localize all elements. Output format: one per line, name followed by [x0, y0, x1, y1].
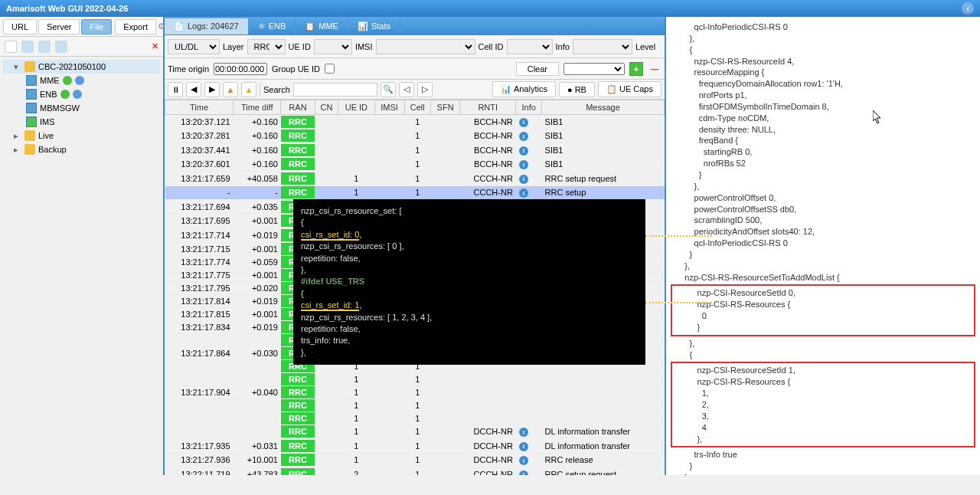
col-time[interactable]: Time: [165, 100, 234, 115]
log-row[interactable]: 13:21:27.936+10.001RRC 1 1 DCCH-NRiRRC r…: [165, 453, 665, 467]
refresh-icon[interactable]: [21, 41, 34, 53]
code-line: nzp-CSI-RS-ResourceId 4,: [671, 56, 975, 67]
file-button[interactable]: File: [81, 19, 112, 34]
tree-live[interactable]: ▸Live: [3, 129, 160, 143]
log-row[interactable]: 13:20:37.441+0.160RRC 1 BCCH-NRiSIB1: [165, 143, 665, 158]
log-row[interactable]: RRC 1 1 DCCH-NRiDL information transfer: [165, 425, 665, 439]
pause-icon[interactable]: [38, 41, 51, 53]
info-select[interactable]: [573, 39, 632, 54]
tab-logs[interactable]: 📄Logs: 204627: [165, 18, 249, 34]
log-row[interactable]: RRC 1 1: [165, 398, 665, 411]
play-icon[interactable]: [55, 41, 67, 53]
left-toolbar: URL Server File Export ⚙: [0, 17, 163, 37]
tree-item-enb[interactable]: ENB: [3, 87, 160, 101]
detail-panel[interactable]: qcl-InfoPeriodicCSI-RS 0 }, { nzp-CSI-RS…: [666, 17, 980, 475]
chart-icon: 📊: [501, 84, 511, 93]
server-button[interactable]: Server: [38, 19, 80, 34]
add-icon[interactable]: [5, 41, 17, 53]
highlight-box-2: nzp-CSI-ResourceSetId 1, nzp-CSI-RS-Reso…: [671, 362, 975, 447]
col-cell[interactable]: Cell: [404, 100, 430, 115]
status-badge: [75, 76, 84, 85]
code-line: nzp-CSI-RS-ResourceSetToAddModList {: [671, 272, 975, 284]
code-line: firstOFDMSymbolInTimeDomain 8,: [671, 101, 975, 113]
code-line: powerControlOffset 0,: [671, 192, 975, 204]
status-badge: [60, 90, 70, 99]
enb-icon: ⚛: [258, 21, 266, 31]
analytics-button[interactable]: 📊 Analytics: [492, 81, 555, 97]
log-row[interactable]: 13:21:17.935+0.031RRC 1 1 DCCH-NRiDL inf…: [165, 439, 665, 454]
search-prev-icon[interactable]: ◁: [399, 82, 414, 97]
col-ueid[interactable]: UE ID: [338, 100, 374, 115]
code-line: trs-Info true: [671, 449, 975, 461]
clear-button[interactable]: Clear: [516, 62, 559, 76]
tab-mme[interactable]: 📋MME: [296, 18, 348, 34]
uecaps-button[interactable]: 📋 UE Caps: [598, 81, 662, 97]
code-line: nzp-CSI-RS-Resources {: [674, 299, 972, 310]
next-icon[interactable]: ▶: [204, 82, 220, 97]
collapse-icon[interactable]: ‹: [962, 2, 974, 15]
log-row[interactable]: 13:21:17.659+40.058RRC 1 1 CCCH-NRiRRC s…: [165, 172, 665, 186]
log-row[interactable]: RRC 1 1: [165, 372, 665, 385]
log-row[interactable]: 13:22:11.719+43.783RRC 2 1 CCCH-NRiRRC s…: [165, 467, 665, 476]
rb-button[interactable]: ● RB: [559, 82, 595, 97]
time-origin-label: Time origin: [168, 64, 209, 74]
log-row[interactable]: 13:20:37.281+0.160RRC 1 BCCH-NRiSIB1: [165, 129, 665, 143]
col-imsi[interactable]: IMSI: [374, 100, 404, 115]
logs-icon: 📄: [174, 21, 185, 31]
prev-icon[interactable]: ◀: [186, 82, 201, 97]
log-row[interactable]: 13:20:37.601+0.160RRC 1 BCCH-NRiSIB1: [165, 157, 665, 172]
code-line: },: [671, 181, 975, 192]
pause-icon[interactable]: ⏸: [168, 82, 183, 97]
tree-root[interactable]: ▾CBC-2021050100: [3, 60, 160, 74]
col-rnti[interactable]: RNTI: [460, 100, 516, 115]
filter-row-2: Time origin Group UE ID Clear + —: [165, 58, 665, 80]
group-ue-checkbox[interactable]: [325, 64, 335, 74]
time-origin-input[interactable]: [214, 63, 267, 75]
binoculars-icon[interactable]: 🔍: [381, 82, 396, 97]
code-line: frequencyDomainAllocation row1: '1'H,: [671, 78, 975, 90]
tab-enb[interactable]: ⚛ENB: [249, 18, 296, 34]
highlight-box-1: nzp-CSI-ResourceSetId 0, nzp-CSI-RS-Reso…: [671, 284, 975, 336]
code-line: 3,: [674, 411, 972, 422]
log-row[interactable]: 13:21:17.904+0.040RRC 1 1: [165, 385, 665, 398]
clear-select[interactable]: [564, 63, 625, 75]
col-ran[interactable]: RAN: [281, 100, 315, 115]
tabs: 📄Logs: 204627 ⚛ENB 📋MME 📊Stats: [165, 17, 665, 35]
mme-icon: 📋: [305, 21, 315, 31]
code-line: nrofRBs 52: [671, 158, 975, 169]
remove-button[interactable]: —: [648, 62, 662, 76]
log-row[interactable]: 13:20:37.121+0.160RRC 1 BCCH-NRiSIB1: [165, 115, 665, 129]
add-button[interactable]: +: [629, 62, 643, 76]
uldl-select[interactable]: UL/DL: [168, 39, 220, 54]
close-icon[interactable]: ✕: [152, 41, 158, 51]
code-line: nzp-CSI-RS-Resources {: [674, 376, 972, 388]
warn-icon[interactable]: ▲: [223, 82, 238, 97]
tree-item-mbmsgw[interactable]: MBMSGW: [3, 101, 160, 115]
connector-1: [645, 235, 712, 237]
warn2-icon[interactable]: ▲: [241, 82, 256, 97]
log-row[interactable]: RRC 1 1: [165, 411, 665, 425]
ueid-label: UE ID: [289, 42, 311, 51]
imsi-select[interactable]: [376, 39, 475, 54]
tab-stats[interactable]: 📊Stats: [348, 18, 400, 34]
export-button[interactable]: Export: [115, 19, 156, 34]
tree-item-ims[interactable]: IMS: [3, 115, 160, 129]
log-row[interactable]: --RRC 1 1 CCCH-NRiRRC setup: [165, 185, 665, 200]
status-badge: [63, 76, 72, 85]
ueid-select[interactable]: [314, 39, 352, 54]
layer-select[interactable]: RRC: [247, 39, 286, 54]
col-sfn[interactable]: SFN: [430, 100, 459, 115]
col-cn[interactable]: CN: [315, 100, 338, 115]
code-line: powerControlOffsetSS db0,: [671, 204, 975, 215]
col-message[interactable]: Message: [542, 100, 665, 115]
cellid-select[interactable]: [507, 39, 553, 54]
search-next-icon[interactable]: ▷: [417, 82, 433, 97]
tree-backup[interactable]: ▸Backup: [3, 143, 160, 156]
col-timediff[interactable]: Time diff: [234, 100, 281, 115]
col-info[interactable]: Info: [516, 100, 542, 115]
tree-item-mme[interactable]: MME: [3, 74, 160, 87]
search-input[interactable]: [293, 83, 377, 97]
url-button[interactable]: URL: [3, 19, 37, 34]
code-line: nrofPorts p1,: [671, 90, 975, 101]
code-line: qcl-InfoPeriodicCSI-RS 0: [671, 238, 975, 249]
